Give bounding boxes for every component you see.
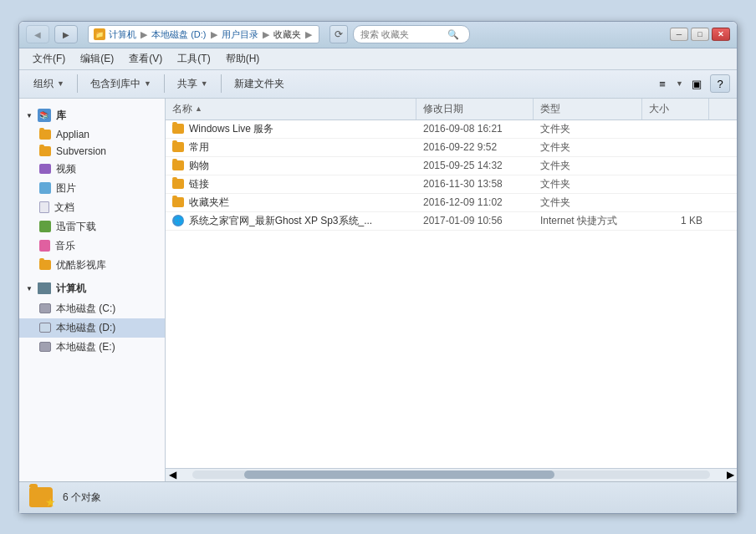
statusbar-text: 6 个对象: [63, 491, 101, 505]
triangle-icon: ▼: [26, 285, 33, 292]
sidebar: ▼ 📚 库 Applian Subversion 视频: [19, 99, 166, 481]
disk-d-icon: [39, 323, 51, 333]
table-row[interactable]: 收藏夹栏 2016-12-09 11:02 文件夹: [166, 194, 737, 212]
table-row[interactable]: 购物 2015-09-25 14:32 文件夹: [166, 157, 737, 175]
header-type[interactable]: 类型: [534, 99, 642, 120]
include-library-button[interactable]: 包含到库中 ▼: [83, 73, 159, 95]
file-type: 文件夹: [540, 140, 570, 155]
share-button[interactable]: 共享 ▼: [170, 73, 216, 95]
forward-button[interactable]: ▶: [54, 25, 78, 43]
disk-icon: [39, 303, 51, 313]
header-name[interactable]: 名称 ▲: [166, 99, 416, 120]
menu-tools[interactable]: 工具(T): [171, 49, 217, 69]
sidebar-group-computer[interactable]: ▼ 计算机: [19, 278, 165, 299]
sidebar-item-music[interactable]: 音乐: [19, 236, 165, 256]
organize-label: 组织: [33, 77, 54, 91]
address-icon: 📁: [94, 28, 105, 40]
toolbar-sep-3: [221, 74, 222, 93]
sidebar-item-subversion[interactable]: Subversion: [19, 143, 165, 160]
help-button[interactable]: ?: [710, 74, 730, 93]
file-type: 文件夹: [540, 177, 570, 191]
internet-icon: 🌐: [172, 215, 184, 226]
sidebar-item-drive-e[interactable]: 本地磁盘 (E:): [19, 338, 165, 357]
computer-label: 计算机: [56, 282, 86, 296]
search-input[interactable]: [360, 29, 444, 39]
horizontal-scrollbar[interactable]: ◀ ▶: [166, 468, 737, 481]
sep-4: ▶: [305, 29, 312, 39]
sidebar-label: 本地磁盘 (E:): [56, 340, 115, 354]
file-type-cell: 文件夹: [534, 139, 642, 156]
header-date[interactable]: 修改日期: [416, 99, 534, 120]
crumb-drive[interactable]: 本地磁盘 (D:): [151, 29, 206, 39]
menu-edit[interactable]: 编辑(E): [74, 49, 120, 69]
file-type-cell: 文件夹: [534, 157, 642, 175]
sidebar-item-documents[interactable]: 文档: [19, 198, 165, 217]
scroll-left[interactable]: ◀: [166, 469, 179, 481]
scroll-thumb[interactable]: [244, 470, 554, 479]
file-date-cell: 2016-11-30 13:58: [416, 175, 534, 193]
table-row[interactable]: 🌐 系统之家官网_最新Ghost XP Sp3系统_... 2017-01-09…: [166, 212, 737, 231]
file-type: 文件夹: [540, 122, 570, 136]
file-type: Internet 快捷方式: [540, 214, 617, 228]
sidebar-item-youku[interactable]: 优酷影视库: [19, 256, 165, 275]
table-row[interactable]: 链接 2016-11-30 13:58 文件夹: [166, 175, 737, 194]
file-date-cell: 2016-09-22 9:52: [416, 139, 534, 156]
file-size: 1 KB: [681, 215, 702, 226]
file-explorer-window: ◀ ▶ 📁 计算机 ▶ 本地磁盘 (D:) ▶ 用户目录 ▶ 收藏夹 ▶ ⟳: [18, 21, 738, 514]
minimize-button[interactable]: ─: [670, 28, 688, 41]
file-type: 文件夹: [540, 196, 570, 210]
sidebar-item-thunder[interactable]: 迅雷下载: [19, 217, 165, 236]
address-path: 计算机 ▶ 本地磁盘 (D:) ▶ 用户目录 ▶ 收藏夹 ▶: [109, 28, 314, 41]
crumb-current: 收藏夹: [273, 29, 301, 39]
file-date: 2016-09-08 16:21: [423, 123, 503, 135]
address-bar[interactable]: 📁 计算机 ▶ 本地磁盘 (D:) ▶ 用户目录 ▶ 收藏夹 ▶: [88, 25, 319, 43]
sidebar-item-pictures[interactable]: 图片: [19, 179, 165, 198]
crumb-computer[interactable]: 计算机: [109, 29, 136, 39]
library-label: 库: [56, 109, 66, 123]
view-toggle-button[interactable]: ≡: [652, 74, 672, 93]
menu-file[interactable]: 文件(F): [26, 49, 72, 69]
folder-icon: [172, 197, 184, 207]
menu-help[interactable]: 帮助(H): [219, 49, 267, 69]
file-date: 2016-12-09 11:02: [423, 196, 503, 208]
share-arrow: ▼: [201, 79, 208, 88]
view-arrow[interactable]: ▼: [676, 79, 683, 88]
scroll-right[interactable]: ▶: [723, 469, 737, 481]
sidebar-label: 本地磁盘 (C:): [56, 302, 115, 316]
folder-icon: [39, 130, 51, 140]
sidebar-item-drive-c[interactable]: 本地磁盘 (C:): [19, 299, 165, 318]
header-size[interactable]: 大小: [642, 99, 709, 120]
sidebar-item-video[interactable]: 视频: [19, 160, 165, 179]
sidebar-item-drive-d[interactable]: 本地磁盘 (D:): [19, 318, 165, 338]
scroll-track: [192, 470, 710, 479]
table-row[interactable]: 常用 2016-09-22 9:52 文件夹: [166, 139, 737, 157]
sidebar-item-applian[interactable]: Applian: [19, 126, 165, 143]
new-folder-label: 新建文件夹: [234, 77, 284, 91]
statusbar-star-icon: ★: [45, 496, 56, 509]
file-type-cell: 文件夹: [534, 194, 642, 211]
header-name-label: 名称: [172, 102, 192, 116]
titlebar-left: ◀ ▶ 📁 计算机 ▶ 本地磁盘 (D:) ▶ 用户目录 ▶ 收藏夹 ▶ ⟳: [26, 25, 470, 43]
pane-button[interactable]: ▣: [687, 74, 707, 93]
file-name: 系统之家官网_最新Ghost XP Sp3系统_...: [189, 214, 372, 228]
sep-2: ▶: [211, 29, 220, 39]
header-date-label: 修改日期: [423, 102, 463, 116]
crumb-userdir[interactable]: 用户目录: [222, 29, 258, 39]
pictures-icon: [39, 182, 51, 194]
refresh-button[interactable]: ⟳: [329, 25, 348, 43]
sep-1: ▶: [140, 29, 150, 39]
menu-view[interactable]: 查看(V): [122, 49, 169, 69]
organize-button[interactable]: 组织 ▼: [26, 73, 72, 95]
maximize-button[interactable]: □: [691, 28, 709, 41]
close-button[interactable]: ✕: [712, 28, 730, 41]
search-bar[interactable]: 🔍: [353, 25, 470, 43]
new-folder-button[interactable]: 新建文件夹: [227, 73, 292, 95]
sidebar-group-library[interactable]: ▼ 📚 库: [19, 105, 165, 126]
sidebar-section-library: ▼ 📚 库 Applian Subversion 视频: [19, 105, 165, 275]
toolbar-right: ≡ ▼ ▣ ?: [652, 74, 730, 93]
folder-icon: [172, 160, 184, 170]
toolbar: 组织 ▼ 包含到库中 ▼ 共享 ▼ 新建文件夹 ≡ ▼ ▣ ?: [19, 70, 737, 99]
table-row[interactable]: Windows Live 服务 2016-09-08 16:21 文件夹: [166, 120, 737, 139]
back-button[interactable]: ◀: [26, 25, 49, 43]
search-icon[interactable]: 🔍: [447, 29, 459, 40]
